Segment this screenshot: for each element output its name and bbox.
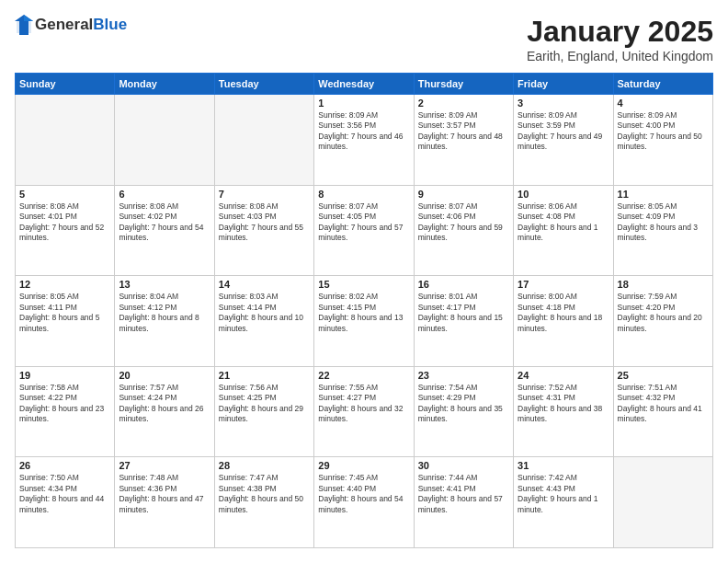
logo: GeneralBlue [15,15,127,35]
day-number: 23 [418,370,509,381]
calendar-cell: 8Sunrise: 8:07 AM Sunset: 4:05 PM Daylig… [314,185,414,276]
calendar-cell: 17Sunrise: 8:00 AM Sunset: 4:18 PM Dayli… [514,276,613,367]
day-info: Sunrise: 8:00 AM Sunset: 4:18 PM Dayligh… [518,292,609,334]
calendar-cell: 24Sunrise: 7:52 AM Sunset: 4:31 PM Dayli… [514,366,613,457]
day-number: 21 [219,370,310,381]
day-info: Sunrise: 8:08 AM Sunset: 4:02 PM Dayligh… [119,201,210,244]
calendar-cell: 23Sunrise: 7:54 AM Sunset: 4:29 PM Dayli… [414,366,513,457]
calendar-cell: 2Sunrise: 8:09 AM Sunset: 3:57 PM Daylig… [414,95,513,186]
calendar-header-row: SundayMondayTuesdayWednesdayThursdayFrid… [16,74,713,95]
day-info: Sunrise: 8:09 AM Sunset: 3:59 PM Dayligh… [518,110,609,153]
day-info: Sunrise: 7:50 AM Sunset: 4:34 PM Dayligh… [19,473,110,515]
day-info: Sunrise: 8:05 AM Sunset: 4:11 PM Dayligh… [19,292,110,334]
day-number: 8 [318,189,409,200]
day-info: Sunrise: 7:48 AM Sunset: 4:36 PM Dayligh… [119,473,210,515]
day-number: 14 [219,279,310,290]
svg-marker-2 [24,15,33,21]
day-number: 5 [19,189,110,200]
calendar-cell: 19Sunrise: 7:58 AM Sunset: 4:22 PM Dayli… [16,366,115,457]
logo-blue: Blue [93,16,127,34]
calendar-cell [613,457,712,548]
day-info: Sunrise: 7:58 AM Sunset: 4:22 PM Dayligh… [19,383,110,425]
week-row-0: 1Sunrise: 8:09 AM Sunset: 3:56 PM Daylig… [16,95,713,186]
day-number: 31 [518,460,609,471]
location: Earith, England, United Kingdom [527,49,713,63]
calendar-cell: 7Sunrise: 8:08 AM Sunset: 4:03 PM Daylig… [214,185,313,276]
day-info: Sunrise: 8:06 AM Sunset: 4:08 PM Dayligh… [518,201,609,244]
calendar-cell: 12Sunrise: 8:05 AM Sunset: 4:11 PM Dayli… [16,276,115,367]
logo-text: GeneralBlue [35,16,127,34]
day-info: Sunrise: 8:08 AM Sunset: 4:03 PM Dayligh… [219,201,310,244]
week-row-4: 26Sunrise: 7:50 AM Sunset: 4:34 PM Dayli… [16,457,713,548]
day-number: 27 [119,460,210,471]
calendar-cell: 29Sunrise: 7:45 AM Sunset: 4:40 PM Dayli… [314,457,414,548]
header-sunday: Sunday [16,74,115,95]
week-row-1: 5Sunrise: 8:08 AM Sunset: 4:01 PM Daylig… [16,185,713,276]
day-number: 22 [318,370,409,381]
calendar-cell: 13Sunrise: 8:04 AM Sunset: 4:12 PM Dayli… [115,276,214,367]
day-info: Sunrise: 8:08 AM Sunset: 4:01 PM Dayligh… [19,201,110,244]
calendar-cell: 6Sunrise: 8:08 AM Sunset: 4:02 PM Daylig… [115,185,214,276]
day-number: 18 [618,279,709,290]
day-number: 30 [418,460,509,471]
header-thursday: Thursday [414,74,513,95]
day-number: 12 [19,279,110,290]
calendar-cell: 26Sunrise: 7:50 AM Sunset: 4:34 PM Dayli… [16,457,115,548]
calendar-table: SundayMondayTuesdayWednesdayThursdayFrid… [15,73,713,548]
calendar-cell: 1Sunrise: 8:09 AM Sunset: 3:56 PM Daylig… [314,95,414,186]
day-info: Sunrise: 8:03 AM Sunset: 4:14 PM Dayligh… [219,292,310,334]
calendar-cell: 11Sunrise: 8:05 AM Sunset: 4:09 PM Dayli… [613,185,712,276]
header-monday: Monday [115,74,214,95]
day-info: Sunrise: 7:42 AM Sunset: 4:43 PM Dayligh… [518,473,609,515]
day-info: Sunrise: 8:09 AM Sunset: 4:00 PM Dayligh… [618,110,709,153]
calendar-cell: 15Sunrise: 8:02 AM Sunset: 4:15 PM Dayli… [314,276,414,367]
calendar-cell: 3Sunrise: 8:09 AM Sunset: 3:59 PM Daylig… [514,95,613,186]
header-wednesday: Wednesday [314,74,414,95]
calendar-cell: 5Sunrise: 8:08 AM Sunset: 4:01 PM Daylig… [16,185,115,276]
calendar-cell: 27Sunrise: 7:48 AM Sunset: 4:36 PM Dayli… [115,457,214,548]
calendar-cell: 16Sunrise: 8:01 AM Sunset: 4:17 PM Dayli… [414,276,513,367]
day-number: 7 [219,189,310,200]
calendar-cell: 9Sunrise: 8:07 AM Sunset: 4:06 PM Daylig… [414,185,513,276]
day-number: 4 [618,98,709,109]
day-number: 3 [518,98,609,109]
day-info: Sunrise: 8:07 AM Sunset: 4:06 PM Dayligh… [418,201,509,244]
day-number: 2 [418,98,509,109]
week-row-3: 19Sunrise: 7:58 AM Sunset: 4:22 PM Dayli… [16,366,713,457]
month-title: January 2025 [527,15,713,49]
logo-icon [15,15,33,35]
calendar-cell [16,95,115,186]
day-info: Sunrise: 8:07 AM Sunset: 4:05 PM Dayligh… [318,201,409,244]
logo-general: General [35,16,93,34]
calendar-cell: 21Sunrise: 7:56 AM Sunset: 4:25 PM Dayli… [214,366,313,457]
day-number: 11 [618,189,709,200]
calendar-cell: 14Sunrise: 8:03 AM Sunset: 4:14 PM Dayli… [214,276,313,367]
calendar-cell: 18Sunrise: 7:59 AM Sunset: 4:20 PM Dayli… [613,276,712,367]
header: GeneralBlue January 2025 Earith, England… [15,15,713,63]
day-number: 20 [119,370,210,381]
header-tuesday: Tuesday [214,74,313,95]
day-info: Sunrise: 8:01 AM Sunset: 4:17 PM Dayligh… [418,292,509,334]
calendar-cell: 10Sunrise: 8:06 AM Sunset: 4:08 PM Dayli… [514,185,613,276]
day-number: 10 [518,189,609,200]
calendar-cell: 28Sunrise: 7:47 AM Sunset: 4:38 PM Dayli… [214,457,313,548]
header-saturday: Saturday [613,74,712,95]
calendar-cell [115,95,214,186]
day-number: 24 [518,370,609,381]
calendar-cell: 25Sunrise: 7:51 AM Sunset: 4:32 PM Dayli… [613,366,712,457]
day-info: Sunrise: 7:52 AM Sunset: 4:31 PM Dayligh… [518,383,609,425]
day-number: 15 [318,279,409,290]
day-number: 19 [19,370,110,381]
day-number: 25 [618,370,709,381]
day-info: Sunrise: 7:55 AM Sunset: 4:27 PM Dayligh… [318,383,409,425]
day-info: Sunrise: 7:56 AM Sunset: 4:25 PM Dayligh… [219,383,310,425]
day-number: 9 [418,189,509,200]
day-info: Sunrise: 7:51 AM Sunset: 4:32 PM Dayligh… [618,383,709,425]
day-number: 26 [19,460,110,471]
day-info: Sunrise: 8:05 AM Sunset: 4:09 PM Dayligh… [618,201,709,244]
day-info: Sunrise: 7:47 AM Sunset: 4:38 PM Dayligh… [219,473,310,515]
day-info: Sunrise: 8:02 AM Sunset: 4:15 PM Dayligh… [318,292,409,334]
calendar-cell: 4Sunrise: 8:09 AM Sunset: 4:00 PM Daylig… [613,95,712,186]
day-number: 28 [219,460,310,471]
day-info: Sunrise: 7:44 AM Sunset: 4:41 PM Dayligh… [418,473,509,515]
